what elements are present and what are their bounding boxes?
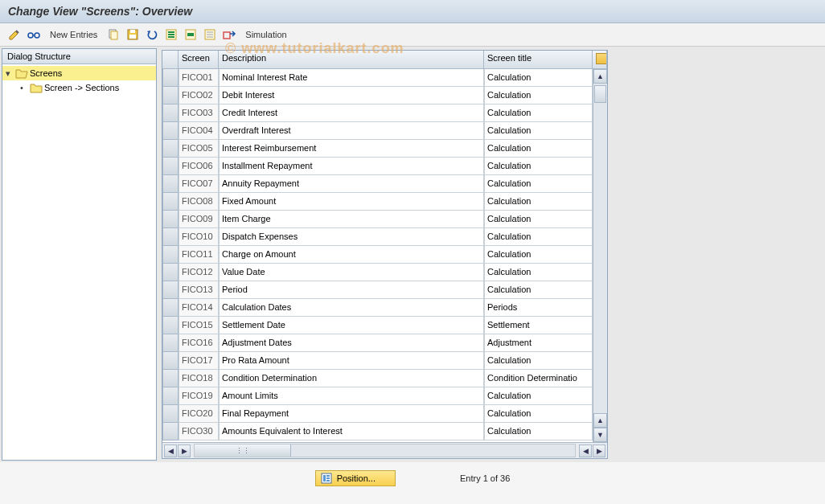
- save-icon[interactable]: [125, 27, 141, 43]
- table-row[interactable]: FICO09Item ChargeCalculation: [162, 211, 593, 228]
- simulation-button[interactable]: Simulation: [240, 28, 291, 41]
- select-all-icon[interactable]: [163, 27, 179, 43]
- cell-description[interactable]: Calculation Dates: [219, 299, 484, 317]
- cell-title[interactable]: Calculation: [484, 246, 593, 264]
- table-row[interactable]: FICO20Final RepaymentCalculation: [162, 405, 593, 423]
- change-icon[interactable]: [6, 27, 23, 43]
- table-row[interactable]: FICO12Value DateCalculation: [162, 264, 593, 281]
- select-block-icon[interactable]: [183, 27, 199, 43]
- cell-screen[interactable]: FICO03: [179, 104, 219, 122]
- row-selector[interactable]: [162, 175, 179, 193]
- cell-title[interactable]: Calculation: [484, 87, 593, 104]
- scroll-up-step-button[interactable]: ▲: [593, 413, 607, 428]
- hscroll-thumb[interactable]: ⋮⋮: [195, 445, 291, 457]
- cell-screen[interactable]: FICO06: [179, 158, 219, 175]
- cell-title[interactable]: Calculation: [484, 405, 593, 423]
- column-header-title[interactable]: Screen title: [484, 51, 593, 68]
- row-selector[interactable]: [162, 387, 179, 405]
- cell-screen[interactable]: FICO09: [179, 211, 219, 228]
- cell-screen[interactable]: FICO10: [179, 228, 219, 246]
- undo-icon[interactable]: [144, 27, 160, 43]
- row-selector[interactable]: [162, 87, 179, 104]
- cell-title[interactable]: Calculation: [484, 352, 593, 370]
- cell-title[interactable]: Calculation: [484, 122, 593, 140]
- table-row[interactable]: FICO08Fixed AmountCalculation: [162, 193, 593, 211]
- cell-title[interactable]: Calculation: [484, 387, 593, 405]
- cell-title[interactable]: Calculation: [484, 104, 593, 122]
- hscroll-left-button[interactable]: ◀: [164, 445, 177, 457]
- table-row[interactable]: FICO30Amounts Equivalent to InterestCalc…: [162, 423, 593, 440]
- row-selector[interactable]: [162, 334, 179, 352]
- cell-title[interactable]: Calculation: [484, 211, 593, 228]
- selection-column-header[interactable]: [162, 51, 179, 68]
- scroll-track[interactable]: [593, 84, 607, 413]
- table-row[interactable]: FICO05Interest ReimbursementCalculation: [162, 140, 593, 158]
- deselect-icon[interactable]: [202, 27, 218, 43]
- row-selector[interactable]: [162, 122, 179, 140]
- cell-description[interactable]: Settlement Date: [219, 317, 484, 334]
- cell-description[interactable]: Amount Limits: [219, 387, 484, 405]
- vertical-scrollbar[interactable]: ▲ ▲ ▼: [593, 69, 607, 442]
- table-settings-button[interactable]: [593, 51, 607, 68]
- row-selector[interactable]: [162, 405, 179, 423]
- horizontal-scrollbar[interactable]: ◀ ▶ ⋮⋮ ◀ ▶: [162, 442, 607, 458]
- cell-description[interactable]: Overdraft Interest: [219, 122, 484, 140]
- table-row[interactable]: FICO13PeriodCalculation: [162, 281, 593, 299]
- copy-icon[interactable]: [105, 27, 121, 43]
- table-row[interactable]: FICO15Settlement DateSettlement: [162, 317, 593, 334]
- cell-title[interactable]: Condition Determinatio: [484, 370, 593, 387]
- table-row[interactable]: FICO01Nominal Interest RateCalculation: [162, 69, 593, 87]
- cell-screen[interactable]: FICO17: [179, 352, 219, 370]
- table-row[interactable]: FICO16Adjustment DatesAdjustment: [162, 334, 593, 352]
- hscroll-right-button[interactable]: ▶: [593, 445, 605, 457]
- row-selector[interactable]: [162, 423, 179, 440]
- table-row[interactable]: FICO17Pro Rata AmountCalculation: [162, 352, 593, 370]
- cell-screen[interactable]: FICO02: [179, 87, 219, 104]
- tree-item-screens[interactable]: ▾ Screens: [2, 66, 156, 80]
- cell-title[interactable]: Calculation: [484, 69, 593, 87]
- cell-description[interactable]: Condition Determination: [219, 370, 484, 387]
- cell-title[interactable]: Settlement: [484, 317, 593, 334]
- cell-screen[interactable]: FICO19: [179, 387, 219, 405]
- table-row[interactable]: FICO14Calculation DatesPeriods: [162, 299, 593, 317]
- cell-screen[interactable]: FICO07: [179, 175, 219, 193]
- table-row[interactable]: FICO18Condition DeterminationCondition D…: [162, 370, 593, 387]
- table-row[interactable]: FICO02Debit InterestCalculation: [162, 87, 593, 104]
- cell-screen[interactable]: FICO15: [179, 317, 219, 334]
- row-selector[interactable]: [162, 193, 179, 211]
- tree-expand-icon[interactable]: ▾: [6, 68, 15, 79]
- cell-title[interactable]: Calculation: [484, 423, 593, 440]
- row-selector[interactable]: [162, 228, 179, 246]
- cell-title[interactable]: Calculation: [484, 264, 593, 281]
- hscroll-right-step-button[interactable]: ▶: [178, 445, 191, 457]
- cell-description[interactable]: Value Date: [219, 264, 484, 281]
- cell-title[interactable]: Calculation: [484, 175, 593, 193]
- cell-description[interactable]: Period: [219, 281, 484, 299]
- cell-description[interactable]: Adjustment Dates: [219, 334, 484, 352]
- row-selector[interactable]: [162, 158, 179, 175]
- row-selector[interactable]: [162, 264, 179, 281]
- tree-item-sections[interactable]: • Screen -> Sections: [2, 80, 156, 95]
- new-entries-button[interactable]: New Entries: [45, 28, 102, 41]
- cell-description[interactable]: Debit Interest: [219, 87, 484, 104]
- cell-description[interactable]: Interest Reimbursement: [219, 140, 484, 158]
- cell-title[interactable]: Calculation: [484, 228, 593, 246]
- cell-title[interactable]: Calculation: [484, 158, 593, 175]
- cell-title[interactable]: Calculation: [484, 193, 593, 211]
- row-selector[interactable]: [162, 246, 179, 264]
- row-selector[interactable]: [162, 69, 179, 87]
- scroll-thumb[interactable]: [594, 85, 606, 103]
- row-selector[interactable]: [162, 299, 179, 317]
- cell-description[interactable]: Annuity Repayment: [219, 175, 484, 193]
- cell-screen[interactable]: FICO04: [179, 122, 219, 140]
- cell-screen[interactable]: FICO30: [179, 423, 219, 440]
- row-selector[interactable]: [162, 370, 179, 387]
- table-row[interactable]: FICO06Installment RepaymentCalculation: [162, 158, 593, 175]
- scroll-up-button[interactable]: ▲: [593, 69, 607, 84]
- cell-screen[interactable]: FICO20: [179, 405, 219, 423]
- table-row[interactable]: FICO10Dispatch ExpensesCalculation: [162, 228, 593, 246]
- cell-title[interactable]: Periods: [484, 299, 593, 317]
- row-selector[interactable]: [162, 317, 179, 334]
- cell-screen[interactable]: FICO14: [179, 299, 219, 317]
- cell-screen[interactable]: FICO18: [179, 370, 219, 387]
